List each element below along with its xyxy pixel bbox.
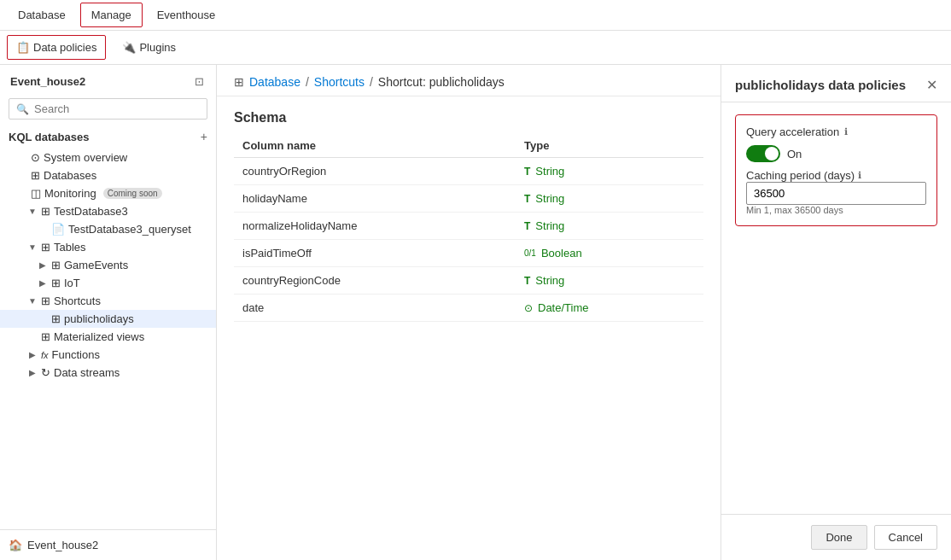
cell-name: countryOrRegion: [242, 165, 524, 178]
testdatabase3-icon: ⊞: [41, 205, 50, 218]
breadcrumb-sep1: /: [306, 75, 309, 89]
sidebar-item-system-overview[interactable]: ⊙ System overview: [0, 149, 216, 166]
plugins-btn[interactable]: 🔌 Plugins: [113, 35, 185, 60]
shortcuts-icon: ⊞: [41, 295, 50, 307]
data-policies-btn[interactable]: 📋 Data policies: [7, 35, 106, 60]
type-icon: T: [524, 220, 530, 232]
breadcrumb-database[interactable]: Database: [249, 75, 300, 89]
sidebar-item-functions[interactable]: ▶ fx Functions: [0, 346, 216, 364]
type-icon: T: [524, 275, 530, 287]
search-input[interactable]: [34, 102, 200, 115]
schema-row-normalizeholidayname: normalizeHolidayName T String: [234, 213, 703, 240]
content-area: ⊞ Database / Shortcuts / Shortcut: publi…: [217, 65, 721, 560]
cell-type: 0/1 Boolean: [524, 247, 695, 260]
breadcrumb: ⊞ Database / Shortcuts / Shortcut: publi…: [217, 65, 721, 96]
breadcrumb-sep2: /: [370, 75, 373, 89]
chevron: ▶: [27, 368, 38, 377]
iot-label: IoT: [64, 277, 80, 289]
side-panel-close-btn[interactable]: ✕: [926, 77, 937, 93]
side-panel: publicholidays data policies ✕ Query acc…: [721, 65, 951, 560]
type-icon: ⊙: [524, 302, 533, 314]
breadcrumb-current: Shortcut: publicholidays: [378, 75, 505, 89]
nav-database[interactable]: Database: [7, 3, 77, 27]
cell-name: date: [242, 301, 524, 314]
sidebar-item-tables[interactable]: ▼ ⊞ Tables: [0, 238, 216, 256]
kql-add-btn[interactable]: +: [201, 130, 207, 143]
cancel-button[interactable]: Cancel: [874, 525, 937, 550]
data-streams-label: Data streams: [54, 366, 120, 379]
sidebar-item-queryset[interactable]: 📄 TestDatabase3_queryset: [0, 220, 216, 238]
sidebar-bottom: 🏠 Event_house2: [0, 529, 216, 560]
schema-row-holidayname: holidayName T String: [234, 185, 703, 213]
shortcuts-label: Shortcuts: [54, 295, 101, 307]
col-header-type: Type: [524, 139, 695, 152]
nav-eventhouse[interactable]: Eventhouse: [146, 3, 227, 27]
query-acceleration-info-icon[interactable]: ℹ: [844, 126, 848, 137]
cell-type: ⊙ Date/Time: [524, 301, 695, 314]
tree: ⊙ System overview ⊞ Databases ◫ Monitori…: [0, 147, 216, 529]
monitoring-label: Monitoring: [44, 187, 96, 200]
sidebar-item-materialized-views[interactable]: ⊞ Materialized views: [0, 328, 216, 346]
monitoring-icon: ◫: [31, 187, 41, 200]
kql-header: KQL databases +: [9, 130, 207, 143]
tables-label: Tables: [54, 241, 86, 254]
sidebar-item-monitoring[interactable]: ◫ Monitoring Coming soon: [0, 184, 216, 202]
databases-icon: ⊞: [31, 169, 40, 182]
caching-period-row: Caching period (days) ℹ Min 1, max 36500…: [746, 169, 926, 215]
type-icon: 0/1: [524, 248, 536, 258]
sidebar-item-data-streams[interactable]: ▶ ↻ Data streams: [0, 364, 216, 382]
sidebar-item-databases[interactable]: ⊞ Databases: [0, 166, 216, 184]
type-label: String: [535, 219, 564, 232]
chevron: ▼: [27, 242, 38, 252]
cell-type: T String: [524, 219, 695, 232]
iot-icon: ⊞: [51, 277, 61, 289]
side-panel-body: Query acceleration ℹ On Caching period (…: [721, 102, 951, 514]
cell-type: T String: [524, 165, 695, 178]
search-container: 🔍: [0, 95, 216, 125]
type-icon: T: [524, 193, 530, 205]
side-panel-footer: Done Cancel: [721, 514, 951, 560]
system-overview-label: System overview: [44, 151, 127, 164]
done-button[interactable]: Done: [811, 525, 866, 550]
side-panel-title: publicholidays data policies: [735, 78, 906, 92]
data-policies-icon: 📋: [16, 41, 30, 54]
sidebar-header: Event_house2 ⊡: [0, 65, 216, 95]
sidebar-item-testdatabase3[interactable]: ▼ ⊞ TestDatabase3: [0, 202, 216, 220]
query-acceleration-toggle[interactable]: [746, 145, 780, 162]
cell-type: T String: [524, 192, 695, 205]
toggle-label: On: [787, 148, 802, 160]
cell-name: countryRegionCode: [242, 274, 524, 287]
sidebar: Event_house2 ⊡ 🔍 KQL databases + ⊙ Syste…: [0, 65, 217, 560]
type-label: String: [535, 274, 564, 287]
chevron: ▶: [38, 278, 48, 288]
schema-row-date: date ⊙ Date/Time: [234, 295, 703, 322]
breadcrumb-shortcuts[interactable]: Shortcuts: [314, 75, 365, 89]
policy-section: Query acceleration ℹ On Caching period (…: [735, 114, 937, 226]
chevron: ▶: [38, 260, 48, 270]
databases-label: Databases: [44, 169, 96, 182]
nav-manage[interactable]: Manage: [80, 3, 143, 27]
schema-row-ispaidtimeoff: isPaidTimeOff 0/1 Boolean: [234, 240, 703, 267]
chevron: ▼: [27, 296, 38, 306]
gameevents-icon: ⊞: [51, 259, 61, 271]
caching-label: Caching period (days) ℹ: [746, 169, 926, 182]
schema-header: Column name Type: [234, 134, 703, 158]
sidebar-item-publicholidays[interactable]: ⊞ publicholidays: [0, 310, 216, 328]
sidebar-item-iot[interactable]: ▶ ⊞ IoT: [0, 274, 216, 292]
caching-hint: Min 1, max 36500 days: [746, 205, 926, 215]
sidebar-item-gameevents[interactable]: ▶ ⊞ GameEvents: [0, 256, 216, 274]
schema-row-countryorregion: countryOrRegion T String: [234, 158, 703, 185]
sidebar-expand-icon[interactable]: ⊡: [193, 73, 206, 90]
eventhouse-bottom-icon: 🏠: [9, 539, 22, 551]
sidebar-bottom-eventhouse[interactable]: 🏠 Event_house2: [9, 535, 207, 555]
materialized-views-icon: ⊞: [41, 330, 50, 343]
sidebar-item-shortcuts[interactable]: ▼ ⊞ Shortcuts: [0, 292, 216, 310]
cell-name: normalizeHolidayName: [242, 219, 524, 232]
caching-info-icon[interactable]: ℹ: [858, 170, 861, 181]
caching-input[interactable]: [746, 182, 926, 205]
cell-name: holidayName: [242, 192, 524, 205]
search-box: 🔍: [9, 98, 207, 120]
data-streams-icon: ↻: [41, 366, 50, 379]
side-panel-header: publicholidays data policies ✕: [721, 65, 951, 102]
kql-section: KQL databases +: [0, 125, 216, 147]
